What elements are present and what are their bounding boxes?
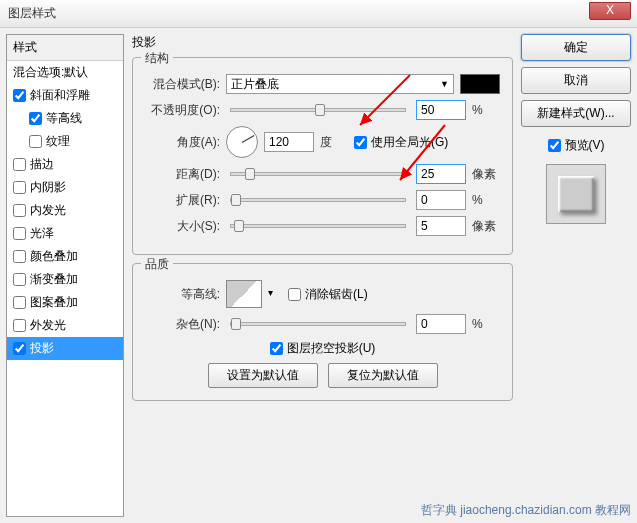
- size-unit: 像素: [472, 218, 500, 235]
- structure-fieldset: 结构 混合模式(B): 正片叠底 不透明度(O): % 角度(A):: [132, 57, 513, 255]
- close-button[interactable]: X: [589, 2, 631, 20]
- watermark-text: 哲字典 jiaocheng.chazidian.com 教程网: [421, 502, 631, 519]
- shadow-color-swatch[interactable]: [460, 74, 500, 94]
- structure-title: 结构: [141, 50, 173, 67]
- style-item-11[interactable]: 投影: [7, 337, 123, 360]
- size-slider[interactable]: [230, 224, 406, 228]
- style-item-0[interactable]: 斜面和浮雕: [7, 84, 123, 107]
- noise-input[interactable]: [416, 314, 466, 334]
- opacity-unit: %: [472, 103, 500, 117]
- style-item-1[interactable]: 等高线: [7, 107, 123, 130]
- preview-thumbnail: [546, 164, 606, 224]
- style-label: 纹理: [46, 133, 70, 150]
- style-checkbox[interactable]: [13, 158, 26, 171]
- style-checkbox[interactable]: [29, 135, 42, 148]
- distance-unit: 像素: [472, 166, 500, 183]
- noise-label: 杂色(N):: [145, 316, 220, 333]
- opacity-label: 不透明度(O):: [145, 102, 220, 119]
- opacity-slider[interactable]: [230, 108, 406, 112]
- distance-input[interactable]: [416, 164, 466, 184]
- angle-input[interactable]: [264, 132, 314, 152]
- style-label: 图案叠加: [30, 294, 78, 311]
- style-checkbox[interactable]: [13, 89, 26, 102]
- style-item-2[interactable]: 纹理: [7, 130, 123, 153]
- quality-title: 品质: [141, 256, 173, 273]
- titlebar[interactable]: 图层样式 X: [0, 0, 637, 28]
- distance-slider[interactable]: [230, 172, 406, 176]
- style-label: 渐变叠加: [30, 271, 78, 288]
- style-label: 斜面和浮雕: [30, 87, 90, 104]
- blend-mode-label: 混合模式(B):: [145, 76, 220, 93]
- ok-button[interactable]: 确定: [521, 34, 631, 61]
- style-label: 内阴影: [30, 179, 66, 196]
- style-checkbox[interactable]: [13, 273, 26, 286]
- style-checkbox[interactable]: [13, 227, 26, 240]
- antialias-checkbox[interactable]: 消除锯齿(L): [288, 286, 368, 303]
- preview-checkbox[interactable]: 预览(V): [521, 137, 631, 154]
- style-item-7[interactable]: 颜色叠加: [7, 245, 123, 268]
- spread-unit: %: [472, 193, 500, 207]
- style-item-3[interactable]: 描边: [7, 153, 123, 176]
- right-button-panel: 确定 取消 新建样式(W)... 预览(V): [521, 34, 631, 517]
- style-label: 光泽: [30, 225, 54, 242]
- style-label: 外发光: [30, 317, 66, 334]
- style-checkbox[interactable]: [13, 342, 26, 355]
- style-checkbox[interactable]: [13, 250, 26, 263]
- spread-slider[interactable]: [230, 198, 406, 202]
- panel-title: 投影: [132, 34, 513, 51]
- knockout-checkbox[interactable]: 图层挖空投影(U): [270, 340, 376, 357]
- opacity-input[interactable]: [416, 100, 466, 120]
- quality-fieldset: 品质 等高线: 消除锯齿(L) 杂色(N): %: [132, 263, 513, 401]
- styles-header: 样式: [7, 35, 123, 61]
- cancel-button[interactable]: 取消: [521, 67, 631, 94]
- style-label: 内发光: [30, 202, 66, 219]
- style-item-8[interactable]: 渐变叠加: [7, 268, 123, 291]
- style-checkbox[interactable]: [13, 181, 26, 194]
- spread-label: 扩展(R):: [145, 192, 220, 209]
- distance-label: 距离(D):: [145, 166, 220, 183]
- window-title: 图层样式: [8, 5, 56, 22]
- layer-style-dialog: 图层样式 X 样式 混合选项:默认 斜面和浮雕等高线纹理描边内阴影内发光光泽颜色…: [0, 0, 637, 523]
- angle-label: 角度(A):: [145, 134, 220, 151]
- styles-list-panel: 样式 混合选项:默认 斜面和浮雕等高线纹理描边内阴影内发光光泽颜色叠加渐变叠加图…: [6, 34, 124, 517]
- noise-unit: %: [472, 317, 500, 331]
- reset-default-button[interactable]: 复位为默认值: [328, 363, 438, 388]
- style-item-9[interactable]: 图案叠加: [7, 291, 123, 314]
- preview-swatch: [558, 176, 594, 212]
- size-label: 大小(S):: [145, 218, 220, 235]
- style-label: 颜色叠加: [30, 248, 78, 265]
- contour-label: 等高线:: [145, 286, 220, 303]
- angle-dial[interactable]: [226, 126, 258, 158]
- size-input[interactable]: [416, 216, 466, 236]
- style-item-4[interactable]: 内阴影: [7, 176, 123, 199]
- style-item-6[interactable]: 光泽: [7, 222, 123, 245]
- style-checkbox[interactable]: [29, 112, 42, 125]
- spread-input[interactable]: [416, 190, 466, 210]
- dialog-content: 样式 混合选项:默认 斜面和浮雕等高线纹理描边内阴影内发光光泽颜色叠加渐变叠加图…: [0, 28, 637, 523]
- noise-slider[interactable]: [230, 322, 406, 326]
- new-style-button[interactable]: 新建样式(W)...: [521, 100, 631, 127]
- style-checkbox[interactable]: [13, 319, 26, 332]
- blend-options-item[interactable]: 混合选项:默认: [7, 61, 123, 84]
- style-item-5[interactable]: 内发光: [7, 199, 123, 222]
- style-item-10[interactable]: 外发光: [7, 314, 123, 337]
- contour-picker[interactable]: [226, 280, 262, 308]
- settings-panel: 投影 结构 混合模式(B): 正片叠底 不透明度(O): %: [124, 34, 521, 517]
- style-checkbox[interactable]: [13, 296, 26, 309]
- global-light-checkbox[interactable]: 使用全局光(G): [354, 134, 448, 151]
- style-label: 投影: [30, 340, 54, 357]
- style-label: 等高线: [46, 110, 82, 127]
- style-label: 描边: [30, 156, 54, 173]
- blend-mode-dropdown[interactable]: 正片叠底: [226, 74, 454, 94]
- angle-unit: 度: [320, 134, 348, 151]
- make-default-button[interactable]: 设置为默认值: [208, 363, 318, 388]
- style-checkbox[interactable]: [13, 204, 26, 217]
